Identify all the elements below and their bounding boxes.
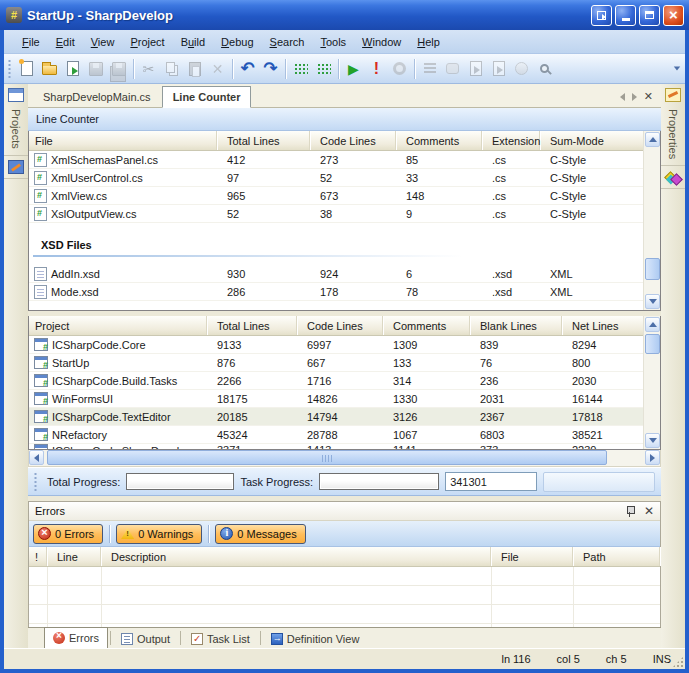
search-icon[interactable] — [533, 58, 556, 80]
abort-icon[interactable]: ! — [365, 58, 388, 80]
menu-project[interactable]: Project — [122, 33, 172, 51]
sidebar-item-projects[interactable]: Projects — [4, 84, 28, 156]
table-row[interactable]: XmlView.cs965673148.csC-Style — [29, 187, 643, 205]
open-file-icon[interactable] — [38, 58, 61, 80]
row-label: StartUp — [52, 357, 89, 369]
menu-build[interactable]: Build — [173, 33, 213, 51]
table-row[interactable]: ICSharpCode.SharpDevelop3371141311413732… — [29, 444, 643, 449]
column-header--[interactable]: ! — [29, 547, 47, 566]
menu-search[interactable]: Search — [262, 33, 313, 51]
cell-blank: 6803 — [470, 429, 562, 441]
sidebar-item-properties[interactable]: Properties — [661, 84, 685, 166]
redo-icon[interactable]: ↷ — [259, 58, 282, 80]
table-row[interactable]: StartUp87666713376800 — [29, 354, 643, 372]
scroll-left-icon[interactable] — [29, 450, 44, 465]
column-header-description[interactable]: Description — [101, 547, 491, 566]
column-header-blank-lines[interactable]: Blank Lines — [470, 316, 562, 335]
table-row[interactable]: NRefactory45324287881067680338521 — [29, 426, 643, 444]
toolbar-overflow-button[interactable] — [671, 56, 683, 82]
projects-table-scrollbar[interactable] — [643, 316, 660, 449]
send-to-back-icon — [464, 58, 487, 80]
files-table-scrollbar[interactable] — [643, 131, 660, 310]
filter-button-message[interactable]: 0 Messages — [215, 524, 305, 544]
new-file-icon[interactable] — [15, 58, 38, 80]
pad-tab-task-list[interactable]: Task List — [183, 629, 258, 648]
float-button[interactable] — [591, 5, 612, 26]
undo-icon[interactable]: ↶ — [236, 58, 259, 80]
toolbar-grip[interactable] — [7, 59, 12, 79]
table-row[interactable]: ICSharpCode.Build.Tasks22661716314236203… — [29, 372, 643, 390]
menu-tools[interactable]: Tools — [312, 33, 354, 51]
column-header-file[interactable]: File — [29, 131, 217, 150]
pin-icon[interactable] — [625, 505, 636, 517]
table-row[interactable]: Mode.xsd28617878.xsdXML — [29, 283, 643, 301]
scroll-up-icon[interactable] — [645, 132, 660, 147]
pad-tab-errors[interactable]: Errors — [44, 627, 108, 648]
column-header-extension[interactable]: Extension — [482, 131, 540, 150]
cell-comments: 314 — [383, 375, 470, 387]
document-tab-2[interactable]: Line Counter — [162, 86, 252, 108]
filter-button-warning[interactable]: 0 Warnings — [116, 524, 202, 544]
scroll-down-icon[interactable] — [645, 294, 660, 309]
column-header-code-lines[interactable]: Code Lines — [297, 316, 383, 335]
scrollbar-thumb[interactable] — [47, 450, 607, 465]
table-row[interactable]: AddIn.xsd9309246.xsdXML — [29, 265, 643, 283]
column-header-line[interactable]: Line — [47, 547, 101, 566]
build-icon[interactable] — [289, 58, 312, 80]
maximize-button[interactable] — [639, 5, 660, 26]
filter-button-error[interactable]: 0 Errors — [33, 524, 103, 544]
horizontal-scrollbar[interactable] — [28, 450, 661, 467]
resize-grip[interactable] — [672, 656, 684, 668]
column-header-comments[interactable]: Comments — [396, 131, 482, 150]
menu-debug[interactable]: Debug — [213, 33, 261, 51]
line-count-field[interactable]: 341301 — [445, 472, 537, 491]
copy-icon — [160, 58, 183, 80]
menu-file[interactable]: File — [14, 33, 48, 51]
table-row[interactable]: ICSharpCode.TextEditor201851479431262367… — [29, 408, 643, 426]
errors-toolbar: 0 Errors0 Warnings0 Messages — [29, 521, 660, 547]
scroll-down-icon[interactable] — [645, 433, 660, 448]
document-close-icon[interactable]: ✕ — [644, 91, 653, 102]
tab-scroll-right-icon[interactable] — [632, 93, 637, 101]
sidebar-item-classes[interactable] — [661, 166, 685, 189]
table-row[interactable]: XmlSchemasPanel.cs41227385.csC-Style — [29, 151, 643, 169]
scrollbar-thumb[interactable] — [645, 258, 660, 280]
cell-ext: .cs — [482, 208, 540, 220]
column-header-sum-mode[interactable]: Sum-Mode — [540, 131, 660, 150]
column-header-code-lines[interactable]: Code Lines — [310, 131, 396, 150]
close-button[interactable]: × — [663, 5, 684, 26]
pad-tab-definition-view[interactable]: Definition View — [263, 629, 368, 648]
table-row[interactable]: ICSharpCode.Core9133699713098398294 — [29, 336, 643, 354]
pad-tab-output[interactable]: Output — [113, 629, 178, 648]
cell-file: Mode.xsd — [29, 285, 217, 299]
scrollbar-thumb[interactable] — [645, 334, 660, 354]
table-row[interactable]: XmlUserControl.cs975233.csC-Style — [29, 169, 643, 187]
toolbar-separator — [232, 59, 233, 79]
column-header-path[interactable]: Path — [573, 547, 660, 566]
table-row[interactable]: XslOutputView.cs52389.csC-Style — [29, 205, 643, 223]
sidebar-item-tools[interactable] — [4, 156, 28, 179]
open-project-icon[interactable] — [61, 58, 84, 80]
column-header-file[interactable]: File — [491, 547, 573, 566]
cell-total: 52 — [217, 208, 310, 220]
scroll-right-icon[interactable] — [645, 450, 660, 465]
column-header-total-lines[interactable]: Total Lines — [207, 316, 297, 335]
menu-help[interactable]: Help — [409, 33, 448, 51]
run-icon[interactable]: ▶ — [342, 58, 365, 80]
column-header-project[interactable]: Project — [29, 316, 207, 335]
document-tab-1[interactable]: SharpDevelopMain.cs — [32, 86, 162, 107]
column-header-comments[interactable]: Comments — [383, 316, 470, 335]
errors-tab-icon — [53, 632, 65, 644]
menu-window[interactable]: Window — [354, 33, 409, 51]
cell-total: 930 — [217, 268, 310, 280]
table-row[interactable]: WinFormsUI18175148261330203116144 — [29, 390, 643, 408]
close-pad-icon[interactable]: ✕ — [644, 505, 654, 517]
column-header-total-lines[interactable]: Total Lines — [217, 131, 310, 150]
toolbar-grip[interactable] — [33, 472, 38, 492]
menu-edit[interactable]: Edit — [48, 33, 83, 51]
build-all-icon[interactable] — [312, 58, 335, 80]
menu-view[interactable]: View — [83, 33, 123, 51]
scroll-up-icon[interactable] — [645, 317, 660, 332]
tab-scroll-left-icon[interactable] — [620, 93, 625, 101]
minimize-button[interactable] — [615, 5, 636, 26]
